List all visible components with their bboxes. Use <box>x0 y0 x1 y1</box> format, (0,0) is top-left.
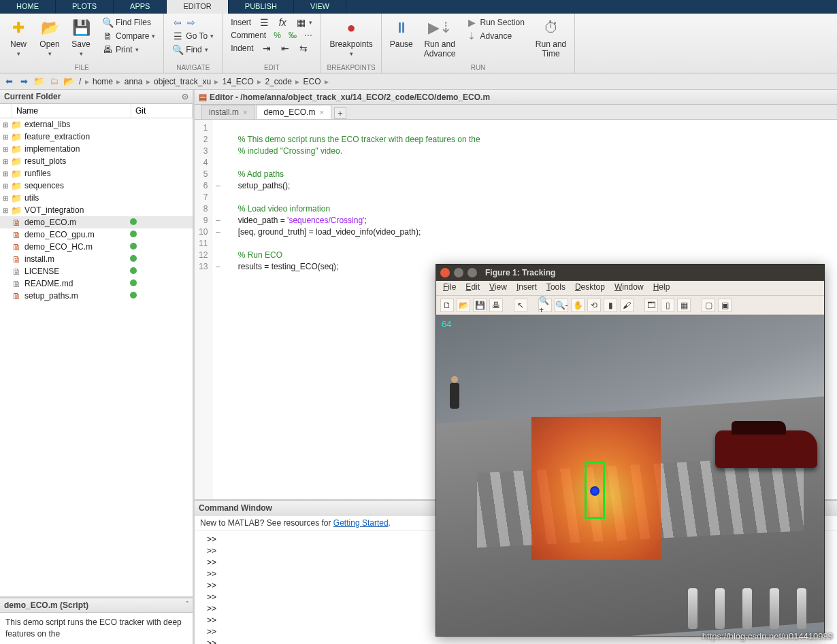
run-section-button[interactable]: ▶Run Section <box>463 16 527 29</box>
folder-item[interactable]: ⊞📁feature_extraction <box>0 131 193 143</box>
history-button[interactable]: 🗂 <box>48 75 60 88</box>
indent-button[interactable]: Indent ⇥ ⇤ ⇆ <box>228 42 315 54</box>
colorbar-icon[interactable]: ▯ <box>661 299 674 312</box>
panel-menu-icon[interactable]: ⊙ <box>182 92 188 101</box>
folder-item[interactable]: 🗎demo_ECO_gpu.m <box>0 228 193 241</box>
figure-menu-file[interactable]: File <box>443 282 456 294</box>
run-advance-button[interactable]: ▶⇣Run and Advance <box>421 16 459 60</box>
col-name[interactable]: Name <box>12 104 131 118</box>
frame-number: 64 <box>442 319 451 329</box>
run-time-button[interactable]: ⏱Run and Time <box>533 16 569 60</box>
advance-button[interactable]: ⇣Advance <box>463 30 527 42</box>
new-button[interactable]: ✚New▾ <box>5 16 31 58</box>
breadcrumb-separator: ▸ <box>255 77 264 86</box>
window-maximize-icon[interactable] <box>467 268 477 277</box>
watermark: https://blog.csdn.net/u014410989 <box>702 631 833 641</box>
zoom-in-icon[interactable]: 🔍+ <box>538 299 552 312</box>
panel-expand-icon[interactable]: ˆ <box>186 600 188 610</box>
goto-button[interactable]: ☰Go To▾ <box>169 30 216 42</box>
figure-menu-help[interactable]: Help <box>653 282 670 294</box>
breakpoints-button[interactable]: ●Breakpoints▾ <box>327 16 375 58</box>
editor-tab[interactable]: demo_ECO.m× <box>256 105 331 119</box>
current-folder-panel: Current Folder⊙ Name Git ⊞📁external_libs… <box>0 90 193 596</box>
compare-button[interactable]: 🗎Compare▾ <box>99 30 158 42</box>
editor-icon: ▤ <box>199 92 207 102</box>
breadcrumb-segment[interactable]: 14_ECO <box>221 77 255 86</box>
window-close-icon[interactable] <box>440 268 450 277</box>
folder-item[interactable]: ⊞📁sequences <box>0 180 193 192</box>
folder-item[interactable]: ⊞📁result_plots <box>0 155 193 167</box>
folder-item[interactable]: 🗎setup_paths.m <box>0 290 193 302</box>
pause-button[interactable]: ⏸Pause <box>387 16 416 50</box>
layout1-icon[interactable]: ▢ <box>702 299 715 312</box>
toolstrip-tab-publish[interactable]: PUBLISH <box>229 0 294 14</box>
folder-item[interactable]: 🗎README.md <box>0 277 193 290</box>
toolstrip-tab-home[interactable]: HOME <box>0 0 56 14</box>
folder-item[interactable]: ⊞📁VOT_integration <box>0 204 193 216</box>
save-button[interactable]: 💾Save▾ <box>68 16 94 58</box>
open-button[interactable]: 📂Open▾ <box>37 16 63 58</box>
open-figure-icon[interactable]: 📂 <box>457 299 470 312</box>
toolstrip-tab-view[interactable]: VIEW <box>294 0 346 14</box>
group-label-breakpoints: BREAKPOINTS <box>327 63 375 73</box>
link-icon[interactable]: 🗔 <box>644 299 658 312</box>
script-info-title: demo_ECO.m (Script) <box>4 600 88 610</box>
close-tab-icon[interactable]: × <box>319 108 323 116</box>
folder-item[interactable]: ⊞📁implementation <box>0 143 193 155</box>
current-folder-title: Current Folder <box>4 92 61 101</box>
figure-menu-window[interactable]: Window <box>614 282 644 294</box>
group-label-navigate: NAVIGATE <box>169 63 216 73</box>
new-figure-icon[interactable]: 🗋 <box>440 299 454 312</box>
breadcrumb-segment[interactable]: ECO <box>302 77 323 86</box>
folder-item[interactable]: ⊞📁utils <box>0 192 193 204</box>
layout2-icon[interactable]: ▣ <box>718 299 732 312</box>
breadcrumb-segment[interactable]: 2_code <box>264 77 293 86</box>
print-figure-icon[interactable]: 🖶 <box>489 299 503 312</box>
save-figure-icon[interactable]: 💾 <box>473 299 487 312</box>
figure-titlebar[interactable]: Figure 1: Tracking <box>436 265 824 281</box>
toolstrip-tab-editor[interactable]: EDITOR <box>167 0 228 14</box>
legend-icon[interactable]: ▦ <box>677 299 691 312</box>
breadcrumb-segment[interactable]: anna <box>123 77 144 86</box>
folder-icon[interactable]: 📂 <box>63 75 75 88</box>
folder-item[interactable]: 🗎LICENSE <box>0 265 193 277</box>
figure-menu-edit[interactable]: Edit <box>465 282 480 294</box>
folder-item[interactable]: 🗎install.m <box>0 253 193 265</box>
insert-button[interactable]: Insert ☰ fx ▦▾ <box>228 16 315 29</box>
print-button[interactable]: 🖶Print▾ <box>99 44 158 56</box>
folder-item[interactable]: 🗎demo_ECO.m <box>0 216 193 228</box>
datacursor-icon[interactable]: ▮ <box>604 299 617 312</box>
toolstrip-tab-apps[interactable]: APPS <box>114 0 167 14</box>
toolstrip-tab-plots[interactable]: PLOTS <box>56 0 114 14</box>
pan-icon[interactable]: ✋ <box>571 299 585 312</box>
folder-item[interactable]: ⊞📁runfiles <box>0 167 193 180</box>
add-tab-button[interactable]: + <box>334 107 346 119</box>
window-minimize-icon[interactable] <box>454 268 463 277</box>
brush-icon[interactable]: 🖌 <box>620 299 634 312</box>
editor-tab[interactable]: install.m× <box>201 105 255 119</box>
getting-started-link[interactable]: Getting Started <box>333 518 389 528</box>
up-button[interactable]: 📁 <box>33 75 45 88</box>
figure-menu-tools[interactable]: Tools <box>546 282 565 294</box>
zoom-out-icon[interactable]: 🔍- <box>555 299 568 312</box>
pedestrian-shape <box>450 383 459 409</box>
rotate-icon[interactable]: ⟲ <box>587 299 601 312</box>
back-button[interactable]: ⬅ <box>3 75 15 88</box>
figure-menu-insert[interactable]: Insert <box>516 282 537 294</box>
figure-menu-desktop[interactable]: Desktop <box>575 282 605 294</box>
nav-arrows[interactable]: ⇦⇨ <box>169 16 216 29</box>
breadcrumb-separator: ▸ <box>114 77 123 86</box>
figure-menu-view[interactable]: View <box>489 282 507 294</box>
find-files-button[interactable]: 🔍Find Files <box>99 16 158 29</box>
folder-item[interactable]: ⊞📁external_libs <box>0 118 193 131</box>
col-git[interactable]: Git <box>131 104 193 118</box>
forward-button[interactable]: ➡ <box>18 75 30 88</box>
comment-button[interactable]: Comment % ‰ ⋯ <box>228 30 315 41</box>
close-tab-icon[interactable]: × <box>243 108 247 116</box>
folder-item[interactable]: 🗎demo_ECO_HC.m <box>0 241 193 253</box>
figure-window[interactable]: Figure 1: Tracking FileEditViewInsertToo… <box>436 264 825 637</box>
find-button[interactable]: 🔍Find▾ <box>169 44 216 56</box>
pointer-icon[interactable]: ↖ <box>514 299 527 312</box>
breadcrumb-segment[interactable]: home <box>91 77 114 86</box>
breadcrumb-segment[interactable]: object_track_xu <box>152 77 212 86</box>
